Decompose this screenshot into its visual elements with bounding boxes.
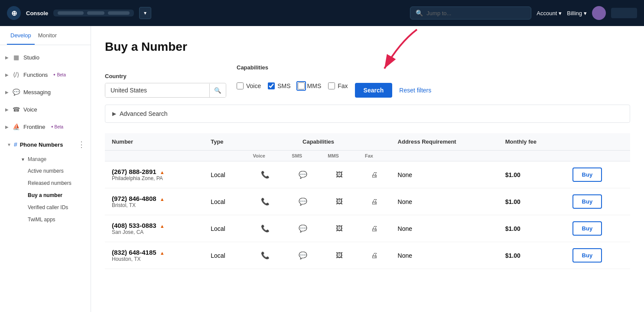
- mms-label: MMS: [307, 82, 322, 89]
- cap-sms-cell: 💬: [285, 188, 321, 215]
- billing-menu[interactable]: Billing ▾: [567, 10, 587, 16]
- reset-filters-link[interactable]: Reset filters: [399, 87, 431, 94]
- phone-numbers-more-icon[interactable]: ⋮: [78, 141, 85, 148]
- country-input[interactable]: [105, 83, 209, 97]
- main-content: Buy a Number Country 🔍 Capabilities: [91, 26, 644, 312]
- search-input[interactable]: [426, 10, 526, 16]
- monthly-fee-cell: $1.00: [498, 215, 566, 242]
- sidebar-section-voice: ▶ ☎ Voice: [0, 101, 91, 118]
- buy-button[interactable]: Buy: [572, 167, 602, 182]
- sidebar-item-verified-caller-ids[interactable]: Verified caller IDs: [23, 201, 91, 213]
- voice-capability-icon: 📞: [253, 224, 278, 233]
- cap-fax-cell: 🖨: [358, 188, 391, 215]
- billing-chevron-icon: ▾: [584, 10, 587, 16]
- country-filter: Country 🔍: [105, 73, 226, 98]
- cap-fax-cell: 🖨: [358, 161, 391, 188]
- cap-mms[interactable]: MMS: [298, 82, 322, 89]
- mms-checkbox[interactable]: [298, 82, 305, 89]
- fax-checkbox[interactable]: [328, 82, 335, 89]
- fax-capability-icon: 🖨: [365, 225, 384, 233]
- table-row: (832) 648-4185 ▲ Houston, TX Local 📞 💬 🖼…: [105, 242, 630, 269]
- avatar[interactable]: [592, 6, 606, 20]
- manage-header[interactable]: ▼ Manage: [16, 154, 91, 165]
- cap-voice-cell: 📞: [246, 215, 285, 242]
- fax-label: Fax: [338, 82, 348, 89]
- tab-develop[interactable]: Develop: [7, 26, 35, 45]
- th-capabilities: Capabilities: [246, 133, 390, 151]
- sms-capability-icon: 💬: [292, 224, 314, 233]
- top-navigation: ⊕ Console ▾ 🔍 Account ▾ Billing ▾: [0, 0, 644, 26]
- manage-chevron-icon: ▼: [21, 157, 25, 162]
- breadcrumb: [53, 10, 134, 16]
- global-search[interactable]: 🔍: [410, 7, 531, 20]
- breadcrumb-dropdown-button[interactable]: ▾: [139, 7, 151, 19]
- cap-fax[interactable]: Fax: [328, 82, 348, 89]
- sidebar-item-messaging[interactable]: ▶ 💬 Messaging: [0, 85, 91, 99]
- buy-button[interactable]: Buy: [572, 194, 602, 209]
- phone-number: (832) 648-4185 ▲: [112, 249, 197, 256]
- address-req-cell: None: [391, 161, 498, 188]
- results-table: Number Type Capabilities Address Require…: [105, 133, 630, 269]
- sidebar-item-label: Studio: [23, 54, 39, 61]
- up-arrow-icon: ▲: [160, 170, 165, 175]
- cap-fax-cell: 🖨: [358, 215, 391, 242]
- buy-button[interactable]: Buy: [572, 248, 602, 263]
- buy-cell: Buy: [566, 242, 630, 269]
- account-menu[interactable]: Account ▾: [537, 10, 562, 16]
- studio-icon: ▦: [12, 54, 20, 61]
- breadcrumb-dots: [58, 11, 84, 15]
- table-row: (972) 846-4808 ▲ Bristol, TX Local 📞 💬 🖼…: [105, 188, 630, 215]
- main-layout: Develop Monitor ▶ ▦ Studio ▶ ⟨/⟩ Functio…: [0, 26, 644, 312]
- sidebar-item-active-numbers[interactable]: Active numbers: [23, 165, 91, 177]
- phone-number: (972) 846-4808 ▲: [112, 195, 197, 202]
- table-body: (267) 888-2891 ▲ Philadelphia Zone, PA L…: [105, 161, 630, 269]
- tab-monitor[interactable]: Monitor: [35, 26, 60, 45]
- voice-checkbox[interactable]: [237, 82, 244, 89]
- sidebar-item-label: Messaging: [23, 89, 51, 95]
- mms-capability-icon: 🖼: [328, 225, 351, 233]
- number-cell: (267) 888-2891 ▲ Philadelphia Zone, PA: [105, 161, 204, 188]
- sidebar-item-released-numbers[interactable]: Released numbers: [23, 177, 91, 189]
- search-icon: 🔍: [416, 10, 423, 16]
- sidebar-item-functions[interactable]: ▶ ⟨/⟩ Functions Beta: [0, 68, 91, 82]
- messaging-icon: 💬: [12, 89, 20, 95]
- sidebar-item-label: Voice: [23, 106, 37, 113]
- search-button[interactable]: Search: [355, 83, 393, 98]
- account-label: Account: [537, 10, 557, 16]
- console-label: Console: [26, 10, 48, 16]
- address-req-cell: None: [391, 188, 498, 215]
- phone-numbers-header[interactable]: ▼ # Phone Numbers ⋮: [0, 137, 91, 152]
- mms-capability-icon: 🖼: [328, 198, 351, 206]
- fax-capability-icon: 🖨: [365, 252, 384, 259]
- logo-icon[interactable]: ⊕: [7, 6, 21, 20]
- sidebar-item-frontline[interactable]: ▶ ⛵ Frontline Beta: [0, 120, 91, 134]
- buy-button[interactable]: Buy: [572, 221, 602, 236]
- number-cell: (832) 648-4185 ▲ Houston, TX: [105, 242, 204, 269]
- fax-capability-icon: 🖨: [365, 171, 384, 179]
- sms-checkbox[interactable]: [268, 82, 275, 89]
- sidebar-section-frontline: ▶ ⛵ Frontline Beta: [0, 118, 91, 135]
- sidebar-item-twiml-apps[interactable]: TwiML apps: [23, 213, 91, 226]
- up-arrow-icon: ▲: [160, 223, 165, 229]
- sidebar-item-voice[interactable]: ▶ ☎ Voice: [0, 102, 91, 116]
- capabilities-section: Capabilities Voice SMS: [237, 64, 431, 98]
- sidebar-nav: ▶ ▦ Studio ▶ ⟨/⟩ Functions Beta ▶ 💬 Mess…: [0, 45, 91, 233]
- cap-sms[interactable]: SMS: [268, 82, 290, 89]
- advanced-search-header[interactable]: ▶ Advanced Search: [105, 105, 630, 122]
- country-search-button[interactable]: 🔍: [209, 84, 226, 97]
- phone-numbers-icon: #: [14, 141, 17, 148]
- user-menu-button[interactable]: [611, 8, 637, 18]
- phone-numbers-title: Phone Numbers: [20, 141, 75, 148]
- sidebar-item-buy-number[interactable]: Buy a number: [23, 189, 91, 201]
- sidebar-item-label: Functions: [23, 72, 48, 78]
- sidebar-item-studio[interactable]: ▶ ▦ Studio: [0, 50, 91, 64]
- voice-icon: ☎: [12, 106, 20, 113]
- voice-capability-icon: 📞: [253, 171, 278, 179]
- cap-fax-cell: 🖨: [358, 242, 391, 269]
- advanced-search-label: Advanced Search: [120, 110, 168, 117]
- table-header-row: Number Type Capabilities Address Require…: [105, 133, 630, 151]
- table-row: (408) 533-0883 ▲ San Jose, CA Local 📞 💬 …: [105, 215, 630, 242]
- cap-voice[interactable]: Voice: [237, 82, 261, 89]
- phone-numbers-manage: ▼ Manage Active numbers Released numbers…: [0, 152, 91, 227]
- location: Bristol, TX: [112, 202, 197, 208]
